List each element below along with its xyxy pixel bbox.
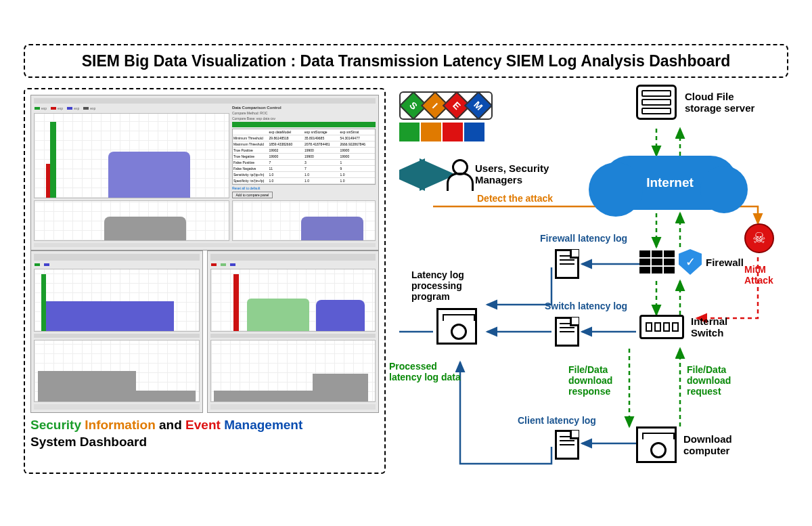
fw-log-label: Firewall latency log bbox=[540, 233, 627, 244]
network-diagram: S I E M Users, Security Managers Cloud F… bbox=[399, 88, 792, 494]
users-label: Users, Security Managers bbox=[475, 162, 563, 185]
dl-req-label: File/Data download request bbox=[687, 364, 748, 397]
firewall-log-doc bbox=[555, 249, 579, 279]
switch-node: Internal Switch bbox=[639, 315, 745, 339]
users-node: Users, Security Managers bbox=[447, 159, 563, 189]
document-icon bbox=[555, 317, 579, 347]
chart-plot-2a bbox=[34, 269, 200, 332]
switch-icon bbox=[639, 315, 684, 339]
computer-icon bbox=[636, 426, 677, 463]
chart-plot-1a bbox=[34, 113, 229, 198]
window-footer bbox=[34, 243, 376, 247]
stats-header: Data Comparison Control bbox=[232, 106, 376, 110]
cl-log-label: Client latency log bbox=[518, 415, 596, 426]
title-box: SIEM Big Data Visualization : Data Trans… bbox=[24, 44, 788, 78]
dashboard-window-2 bbox=[30, 250, 203, 413]
processor-node bbox=[436, 308, 477, 345]
firewall-node: ✓ Firewall bbox=[639, 249, 744, 275]
series-spike-red bbox=[46, 164, 50, 198]
client-log-doc bbox=[555, 430, 579, 460]
document-icon bbox=[555, 430, 579, 460]
series-plateau-gray bbox=[104, 217, 186, 240]
reset-link[interactable]: Reset all to default bbox=[232, 186, 376, 190]
dashboard-window-3 bbox=[207, 250, 380, 413]
window-titlebar bbox=[34, 98, 376, 104]
siem-logo: S I E M bbox=[399, 91, 493, 141]
processor-icon bbox=[436, 308, 477, 345]
internet-node: Internet bbox=[602, 156, 738, 210]
processor-label: Latency log processing program bbox=[411, 269, 479, 302]
stats-table: exp dataModelexp sntStorageexp sntStnat … bbox=[232, 129, 376, 185]
sw-log-label: Switch latency log bbox=[545, 301, 627, 311]
document-icon bbox=[555, 249, 579, 279]
processed-label: Processed latency log data bbox=[389, 361, 464, 382]
series-spike-green bbox=[50, 122, 56, 198]
dashboard-caption: Security Information and Event Managemen… bbox=[30, 417, 379, 450]
download-node: Download computer bbox=[636, 426, 751, 463]
detect-label: Detect the attack bbox=[477, 193, 553, 204]
chart-controls: expexpexpexp bbox=[34, 106, 229, 111]
chart-plot-1b bbox=[34, 200, 229, 241]
series-plateau-blue bbox=[108, 152, 190, 198]
attacker-node: ☠ bbox=[744, 223, 774, 253]
mitm-label: MitM Attack bbox=[744, 264, 785, 286]
user-icon bbox=[447, 159, 470, 189]
chart-plot-2b bbox=[34, 340, 200, 403]
chart-plot-3b bbox=[210, 340, 376, 403]
attacker-icon: ☠ bbox=[744, 223, 774, 253]
server-icon bbox=[636, 85, 677, 120]
dl-resp-label: File/Data download response bbox=[568, 364, 629, 397]
dashboard-window-1: expexpexpexp Data Comparison Control Com… bbox=[30, 95, 379, 250]
stats-panel: Data Comparison Control Compare Method: … bbox=[232, 106, 376, 198]
cloud-server-node: Cloud File storage server bbox=[636, 85, 766, 120]
chart-plot-1c bbox=[232, 200, 376, 241]
dashboard-panel: expexpexpexp Data Comparison Control Com… bbox=[24, 88, 386, 474]
firewall-icon bbox=[639, 250, 675, 273]
stats-section-bar bbox=[232, 122, 376, 127]
switch-log-doc bbox=[555, 317, 579, 347]
cloud-icon: Internet bbox=[602, 156, 738, 210]
add-compare-button[interactable]: Add to compare panel bbox=[232, 192, 273, 198]
shield-icon: ✓ bbox=[679, 249, 702, 275]
chart-plot-3a bbox=[210, 269, 376, 332]
series-plateau-purple bbox=[301, 217, 363, 240]
main-title: SIEM Big Data Visualization : Data Trans… bbox=[82, 52, 731, 70]
